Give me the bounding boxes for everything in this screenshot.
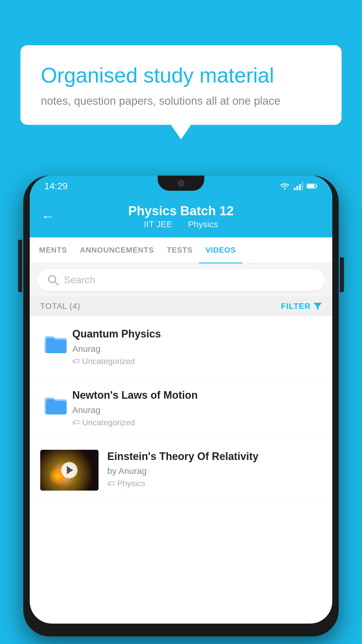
- filter-label: FILTER: [281, 302, 311, 311]
- phone-frame: 14:29: [23, 176, 339, 636]
- video-info: Einstein's Theory Of Relativity by Anura…: [107, 450, 322, 489]
- tag-label: Uncategorized: [82, 357, 135, 366]
- app-header: ← Physics Batch 12 IIT JEE Physics: [30, 197, 332, 237]
- svg-rect-2: [299, 184, 301, 190]
- svg-marker-9: [314, 303, 322, 310]
- tab-ments[interactable]: MENTS: [33, 237, 73, 263]
- status-bar: 14:29: [30, 176, 332, 197]
- svg-rect-6: [307, 185, 314, 188]
- tag-icon: 🏷: [72, 357, 80, 366]
- play-button[interactable]: [61, 462, 78, 478]
- svg-rect-11: [46, 340, 66, 353]
- filter-button[interactable]: FILTER: [281, 302, 322, 311]
- list-item[interactable]: Einstein's Theory Of Relativity by Anura…: [30, 439, 332, 500]
- tag-icon: 🏷: [72, 418, 80, 427]
- header-title: Physics Batch 12: [63, 204, 299, 218]
- bubble-subtitle: notes, question papers, solutions all at…: [41, 95, 321, 107]
- phone-screen: 14:29: [30, 176, 332, 624]
- search-input-placeholder: Search: [64, 274, 95, 286]
- wifi-icon: [279, 182, 290, 190]
- video-tag: 🏷 Uncategorized: [72, 357, 322, 366]
- phone-container: 14:29: [23, 169, 339, 644]
- tag-icon: 🏷: [107, 479, 115, 488]
- svg-rect-5: [316, 185, 317, 187]
- tag-label: Uncategorized: [82, 418, 135, 427]
- video-tag: 🏷 Uncategorized: [72, 418, 322, 427]
- speech-bubble: Organised study material notes, question…: [20, 45, 342, 125]
- video-author: Anurag: [72, 405, 322, 415]
- video-info: Newton's Laws of Motion Anurag 🏷 Uncateg…: [72, 388, 322, 427]
- video-title: Einstein's Theory Of Relativity: [107, 450, 322, 463]
- header-center: Physics Batch 12 IIT JEE Physics: [63, 204, 299, 229]
- header-subtitle-physics: Physics: [188, 219, 218, 229]
- back-button[interactable]: ←: [41, 209, 54, 224]
- tabs-bar: MENTS ANNOUNCEMENTS TESTS VIDEOS: [30, 237, 332, 263]
- signal-icon: [294, 182, 303, 190]
- svg-line-8: [55, 282, 58, 285]
- tag-label: Physics: [117, 479, 145, 488]
- battery-icon: [307, 183, 318, 189]
- folder-icon: [43, 332, 69, 355]
- video-thumbnail: [40, 450, 99, 491]
- notch: [158, 176, 204, 191]
- status-time: 14:29: [44, 181, 68, 192]
- header-subtitle: IIT JEE Physics: [63, 219, 299, 229]
- search-bar[interactable]: Search: [37, 269, 325, 291]
- svg-rect-3: [302, 182, 303, 190]
- filter-icon: [314, 303, 322, 310]
- camera: [178, 180, 184, 186]
- video-title: Newton's Laws of Motion: [72, 388, 322, 402]
- svg-rect-0: [294, 188, 296, 190]
- bubble-title: Organised study material: [41, 63, 321, 88]
- status-icons: [279, 182, 318, 190]
- svg-rect-1: [296, 186, 298, 190]
- video-tag: 🏷 Physics: [107, 479, 322, 488]
- tab-videos[interactable]: VIDEOS: [199, 237, 242, 263]
- list-item[interactable]: Quantum Physics Anurag 🏷 Uncategorized: [30, 316, 332, 377]
- folder-icon-wrap: [40, 327, 72, 359]
- svg-rect-13: [46, 401, 66, 414]
- total-count: TOTAL (4): [40, 302, 80, 311]
- list-item[interactable]: Newton's Laws of Motion Anurag 🏷 Uncateg…: [30, 377, 332, 439]
- header-subtitle-iit: IIT JEE: [144, 219, 173, 229]
- speech-bubble-section: Organised study material notes, question…: [20, 45, 342, 125]
- video-title: Quantum Physics: [72, 327, 322, 341]
- play-icon: [67, 466, 73, 474]
- video-author: Anurag: [72, 344, 322, 354]
- search-bar-section: Search: [30, 263, 332, 296]
- video-author: by Anurag: [107, 466, 322, 476]
- folder-icon-wrap: [40, 388, 72, 421]
- tab-announcements[interactable]: ANNOUNCEMENTS: [73, 237, 160, 263]
- filter-bar: TOTAL (4) FILTER: [30, 296, 332, 316]
- folder-icon: [43, 393, 69, 416]
- video-info: Quantum Physics Anurag 🏷 Uncategorized: [72, 327, 322, 366]
- search-icon: [48, 274, 59, 286]
- tab-tests[interactable]: TESTS: [160, 237, 199, 263]
- video-list: Quantum Physics Anurag 🏷 Uncategorized: [30, 316, 332, 500]
